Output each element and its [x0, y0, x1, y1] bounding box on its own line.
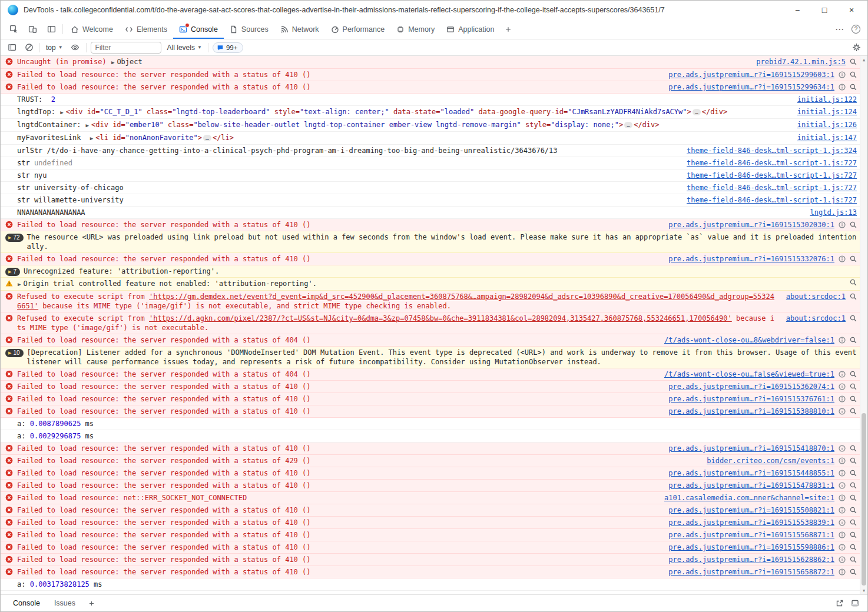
source-link[interactable]: pre.ads.justpremium…r?i=1691515598886:1 [668, 543, 834, 552]
search-icon[interactable] [850, 395, 857, 403]
search-icon[interactable] [850, 84, 857, 91]
search-icon[interactable] [850, 383, 857, 390]
inspect-element-icon[interactable] [4, 19, 23, 39]
tab-welcome[interactable]: Welcome [65, 19, 119, 39]
drawer-tab-issues[interactable]: Issues [48, 595, 82, 611]
source-link[interactable]: pre.ads.justpremium…r?i=1691515478831:1 [668, 481, 834, 490]
scroll-up-icon[interactable]: ▲ [860, 56, 867, 64]
expand-arrow-icon[interactable]: ▶ [111, 59, 117, 65]
info-icon[interactable] [839, 337, 846, 344]
log-levels-dropdown[interactable]: All levels ▼ [165, 42, 204, 53]
tab-console[interactable]: Console [173, 19, 224, 39]
more-menu-icon[interactable]: ⋯ [831, 24, 848, 35]
expand-arrow-icon[interactable]: ▶ [90, 135, 95, 141]
javascript-context-dropdown[interactable]: top ▼ [44, 42, 65, 53]
source-link[interactable]: theme-field-846-desk…tml-script-1.js:727 [687, 158, 857, 168]
expand-panel-icon[interactable] [836, 599, 844, 607]
search-icon[interactable] [850, 482, 857, 489]
search-icon[interactable] [850, 221, 857, 228]
source-link[interactable]: initial.js:147 [797, 133, 857, 142]
source-link[interactable]: pre.ads.justpremium…r?i=1691515332076:1 [668, 254, 834, 264]
tab-memory[interactable]: Memory [390, 19, 440, 39]
search-icon[interactable] [850, 293, 857, 300]
search-icon[interactable] [850, 544, 857, 551]
repeat-count-badge[interactable]: ▶10 [5, 349, 24, 357]
source-link[interactable]: about:srcdoc:1 [786, 292, 846, 301]
source-link[interactable]: initial.js:124 [797, 107, 857, 117]
add-tab-button[interactable] [500, 19, 516, 39]
source-link[interactable]: pre.ads.justpremium…r?i=1691515568871:1 [668, 530, 834, 540]
source-link[interactable]: pre.ads.justpremium…r?i=1691515362074:1 [668, 382, 834, 391]
repeat-count-badge[interactable]: ▶72 [5, 234, 24, 242]
close-button[interactable]: × [838, 1, 865, 19]
settings-gear-icon[interactable] [850, 41, 863, 54]
source-link[interactable]: pre.ads.justpremium…r?i=1691515508821:1 [668, 505, 834, 515]
info-icon[interactable] [839, 445, 846, 452]
source-link[interactable]: prebid7.42.1.min.js:5 [756, 57, 846, 66]
tab-performance[interactable]: Performance [325, 19, 391, 39]
scrollbar-thumb[interactable] [862, 413, 866, 586]
search-icon[interactable] [850, 519, 857, 526]
source-link[interactable]: theme-field-846-desk…tml-script-1.js:727 [687, 171, 857, 180]
tab-elements[interactable]: Elements [119, 19, 173, 39]
search-icon[interactable] [850, 279, 857, 286]
info-icon[interactable] [839, 544, 846, 551]
source-link[interactable]: initial.js:122 [797, 95, 857, 104]
expand-arrow-icon[interactable]: ▶ [59, 109, 65, 115]
source-link[interactable]: a101.casalemedia.com…nner&channel=site:1 [664, 493, 834, 503]
info-icon[interactable] [839, 395, 846, 403]
source-link[interactable]: pre.ads.justpremium…r?i=1691515299603:1 [668, 70, 834, 79]
source-link[interactable]: pre.ads.justpremium…r?i=1691515448855:1 [668, 468, 834, 478]
info-icon[interactable] [839, 470, 846, 477]
info-icon[interactable] [839, 221, 846, 228]
info-icon[interactable] [839, 568, 846, 576]
add-drawer-tab-button[interactable] [83, 600, 100, 607]
info-icon[interactable] [839, 519, 846, 526]
info-icon[interactable] [839, 457, 846, 464]
source-link[interactable]: pre.ads.justpremium…r?i=1691515658872:1 [668, 567, 834, 577]
search-icon[interactable] [850, 507, 857, 514]
search-icon[interactable] [850, 445, 857, 452]
search-icon[interactable] [850, 255, 857, 262]
search-icon[interactable] [850, 58, 857, 65]
source-link[interactable]: pre.ads.justpremium…r?i=1691515376761:1 [668, 394, 834, 404]
info-icon[interactable] [839, 84, 846, 91]
source-link[interactable]: pre.ads.justpremium…r?i=1691515628862:1 [668, 555, 834, 564]
search-icon[interactable] [850, 71, 857, 78]
search-icon[interactable] [850, 315, 857, 322]
drawer-tab-console[interactable]: Console [6, 595, 47, 611]
tab-application[interactable]: Application [440, 19, 500, 39]
source-link[interactable]: pre.ads.justpremium…r?i=1691515299634:1 [668, 82, 834, 92]
info-icon[interactable] [839, 255, 846, 262]
help-icon[interactable]: ? [852, 25, 860, 34]
repeat-count-badge[interactable]: ▶7 [5, 268, 20, 276]
device-toolbar-icon[interactable] [23, 19, 42, 39]
info-icon[interactable] [839, 531, 846, 538]
source-link[interactable]: pre.ads.justpremium…r?i=1691515418870:1 [668, 444, 834, 453]
source-link[interactable]: lngtd.js:13 [810, 208, 857, 217]
source-link[interactable]: theme-field-846-desk…tml-script-1.js:727 [687, 183, 857, 192]
info-icon[interactable] [839, 383, 846, 390]
maximize-button[interactable]: □ [811, 1, 838, 19]
search-icon[interactable] [850, 556, 857, 563]
info-icon[interactable] [839, 371, 846, 378]
search-icon[interactable] [850, 337, 857, 344]
source-link[interactable]: theme-field-846-desk…tml-script-1.js:727 [687, 195, 857, 205]
dock-panel-icon[interactable] [851, 599, 859, 607]
clear-console-icon[interactable] [22, 41, 35, 54]
source-link[interactable]: pre.ads.justpremium…r?i=1691515538839:1 [668, 518, 834, 527]
info-icon[interactable] [839, 71, 846, 78]
expand-arrow-icon[interactable]: ▶ [85, 122, 91, 128]
source-link[interactable]: initial.js:126 [797, 120, 857, 129]
search-icon[interactable] [850, 568, 857, 576]
source-link[interactable]: bidder.criteo.com/csm/events:1 [707, 456, 834, 465]
search-icon[interactable] [850, 371, 857, 378]
info-icon[interactable] [839, 507, 846, 514]
source-link[interactable]: about:srcdoc:1 [786, 314, 846, 323]
search-icon[interactable] [850, 494, 857, 501]
expand-arrow-icon[interactable]: ▶ [17, 281, 23, 287]
info-icon[interactable] [839, 408, 846, 415]
info-icon[interactable] [839, 494, 846, 501]
filter-input[interactable] [91, 42, 161, 54]
eye-icon[interactable] [69, 41, 82, 54]
